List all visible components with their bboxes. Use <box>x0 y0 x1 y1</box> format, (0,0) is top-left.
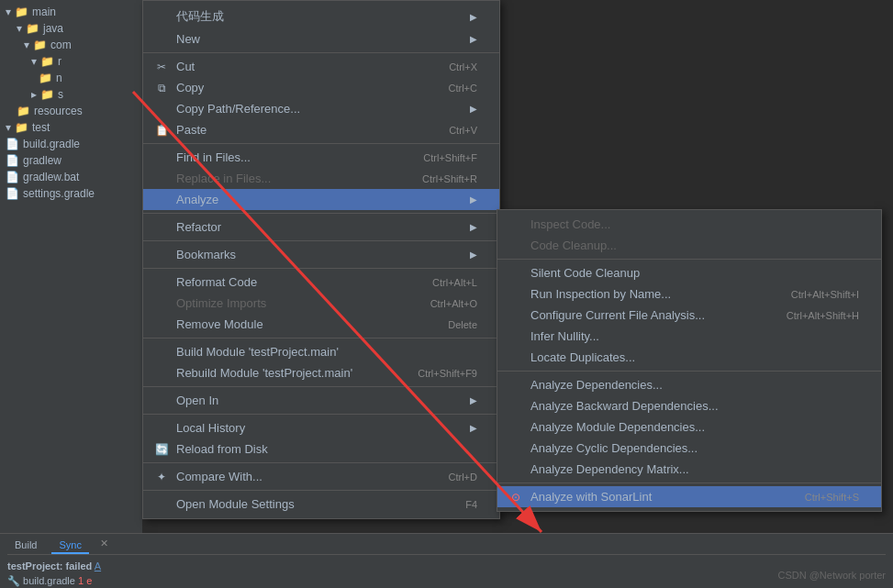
tree-item-gradlew-bat[interactable]: 📄gradlew.bat <box>0 169 142 185</box>
menu-item-reformat-code[interactable]: Reformat Code Ctrl+Alt+L <box>143 272 499 293</box>
menu-item-bookmarks[interactable]: Bookmarks ▶ <box>143 244 499 265</box>
analyze-separator-1 <box>497 259 881 260</box>
build-status: testProject: failed A <box>7 559 886 573</box>
analyze-code-cleanup[interactable]: Code Cleanup... <box>497 235 881 256</box>
tree-item-s[interactable]: ▸📁s <box>0 86 142 103</box>
menu-item-build-module[interactable]: Build Module 'testProject.main' <box>143 341 499 362</box>
analyze-locate-duplicates[interactable]: Locate Duplicates... <box>497 347 881 368</box>
tree-item-java[interactable]: ▾📁java <box>0 20 142 37</box>
tree-item-build-gradle[interactable]: 📄build.gradle <box>0 136 142 152</box>
cut-icon: ✂ <box>154 61 169 73</box>
menu-item-new[interactable]: New ▶ <box>143 28 499 50</box>
tab-sync[interactable]: Sync <box>51 538 88 554</box>
analyze-module-dependencies[interactable]: Analyze Module Dependencies... <box>497 416 881 438</box>
menu-item-replace-files[interactable]: Replace in Files... Ctrl+Shift+R <box>143 168 499 189</box>
context-menu-analyze: Inspect Code... Code Cleanup... Silent C… <box>497 209 882 512</box>
compare-icon: ✦ <box>154 471 169 483</box>
separator-2 <box>143 143 499 144</box>
separator-4 <box>143 240 499 241</box>
analyze-dependencies[interactable]: Analyze Dependencies... <box>497 374 881 395</box>
tree-item-main[interactable]: ▾📁main <box>0 4 142 20</box>
tab-build[interactable]: Build <box>7 538 44 554</box>
tree-item-com[interactable]: ▾📁com <box>0 37 142 53</box>
analyze-configure-file[interactable]: Configure Current File Analysis... Ctrl+… <box>497 305 881 326</box>
close-sync-tab[interactable]: ✕ <box>100 538 108 554</box>
menu-item-paste[interactable]: 📋 Paste Ctrl+V <box>143 119 499 140</box>
separator-9 <box>143 462 499 463</box>
bottom-tabs: Build Sync ✕ <box>7 538 886 555</box>
analyze-sonarlint[interactable]: ⊙ Analyze with SonarLint Ctrl+Shift+S <box>497 486 881 507</box>
menu-item-refactor[interactable]: Refactor ▶ <box>143 216 499 238</box>
menu-item-cut[interactable]: ✂ Cut Ctrl+X <box>143 56 499 77</box>
menu-item-reload-disk[interactable]: 🔄 Reload from Disk <box>143 438 499 460</box>
menu-item-code-generate[interactable]: 代码生成 ▶ <box>143 5 499 28</box>
tree-item-r[interactable]: ▾📁r <box>0 53 142 70</box>
separator-7 <box>143 386 499 387</box>
analyze-cyclic-dependencies[interactable]: Analyze Cyclic Dependencies... <box>497 438 881 459</box>
analyze-silent-cleanup[interactable]: Silent Code Cleanup <box>497 262 881 283</box>
paste-icon: 📋 <box>154 124 169 137</box>
menu-item-copy-path[interactable]: Copy Path/Reference... ▶ <box>143 98 499 119</box>
separator-1 <box>143 52 499 53</box>
separator-8 <box>143 414 499 415</box>
context-menu-main: 代码生成 ▶ New ▶ ✂ Cut Ctrl+X ⧉ Copy Ctrl+C … <box>142 0 500 519</box>
separator-10 <box>143 490 499 491</box>
menu-item-open-module-settings[interactable]: Open Module Settings F4 <box>143 494 499 515</box>
tree-item-gradlew[interactable]: 📄gradlew <box>0 152 142 169</box>
menu-item-optimize-imports[interactable]: Optimize Imports Ctrl+Alt+O <box>143 293 499 314</box>
reload-icon: 🔄 <box>154 443 169 456</box>
sonarlint-icon: ⊙ <box>508 491 523 504</box>
analyze-separator-2 <box>497 371 881 372</box>
analyze-backward-dependencies[interactable]: Analyze Backward Dependencies... <box>497 395 881 416</box>
analyze-dependency-matrix[interactable]: Analyze Dependency Matrix... <box>497 459 881 480</box>
separator-5 <box>143 268 499 269</box>
copy-icon: ⧉ <box>154 82 169 94</box>
bottom-bar: Build Sync ✕ testProject: failed A 🔧 bui… <box>0 533 893 588</box>
watermark: CSDN @Network porter <box>777 570 886 581</box>
menu-item-copy[interactable]: ⧉ Copy Ctrl+C <box>143 77 499 98</box>
menu-item-open-in[interactable]: Open In ▶ <box>143 390 499 411</box>
separator-6 <box>143 338 499 338</box>
tree-item-n[interactable]: 📁n <box>0 70 142 86</box>
analyze-run-inspection[interactable]: Run Inspection by Name... Ctrl+Alt+Shift… <box>497 283 881 305</box>
menu-item-compare-with[interactable]: ✦ Compare With... Ctrl+D <box>143 466 499 487</box>
file-tree: ▾📁main ▾📁java ▾📁com ▾📁r 📁n ▸📁s 📁resource… <box>0 0 142 533</box>
tree-item-test[interactable]: ▾📁test <box>0 119 142 136</box>
tree-item-settings-gradle[interactable]: 📄settings.gradle <box>0 185 142 202</box>
analyze-separator-3 <box>497 483 881 483</box>
menu-item-find-files[interactable]: Find in Files... Ctrl+Shift+F <box>143 147 499 168</box>
separator-3 <box>143 213 499 214</box>
menu-item-rebuild-module[interactable]: Rebuild Module 'testProject.main' Ctrl+S… <box>143 362 499 383</box>
build-gradle-msg: 🔧 build.gradle 1 e <box>7 573 886 588</box>
analyze-inspect-code[interactable]: Inspect Code... <box>497 214 881 235</box>
analyze-infer-nullity[interactable]: Infer Nullity... <box>497 326 881 347</box>
menu-item-remove-module[interactable]: Remove Module Delete <box>143 314 499 335</box>
menu-item-analyze[interactable]: Analyze ▶ <box>143 189 499 210</box>
tree-item-resources[interactable]: 📁resources <box>0 103 142 119</box>
menu-item-local-history[interactable]: Local History ▶ <box>143 417 499 438</box>
